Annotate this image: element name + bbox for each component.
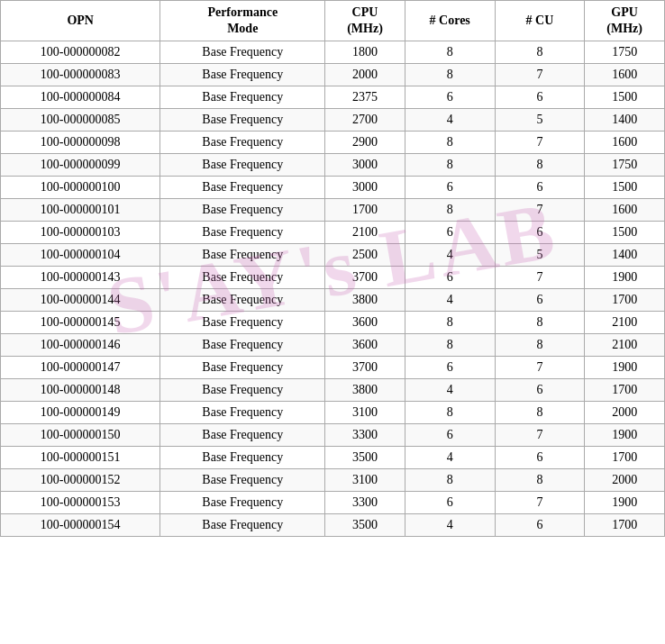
cell-cu: 6 xyxy=(495,222,585,244)
cell-opn: 100-000000098 xyxy=(1,132,160,154)
cell-mode: Base Frequency xyxy=(160,199,325,222)
cell-gpu: 1900 xyxy=(585,357,665,379)
cell-opn: 100-000000083 xyxy=(1,64,160,86)
cell-mode: Base Frequency xyxy=(160,132,325,154)
cell-cores: 4 xyxy=(405,514,495,537)
cell-mode: Base Frequency xyxy=(160,267,325,289)
cell-cores: 8 xyxy=(405,312,495,334)
cell-cpu: 3100 xyxy=(325,402,405,424)
cell-opn: 100-000000101 xyxy=(1,199,160,222)
cell-gpu: 1500 xyxy=(585,86,665,109)
cell-mode: Base Frequency xyxy=(160,469,325,492)
cell-gpu: 1600 xyxy=(585,64,665,86)
cell-gpu: 1900 xyxy=(585,424,665,447)
cell-opn: 100-000000149 xyxy=(1,402,160,424)
cell-mode: Base Frequency xyxy=(160,514,325,537)
cell-cores: 6 xyxy=(405,424,495,447)
cell-gpu: 2000 xyxy=(585,469,665,492)
cell-gpu: 1900 xyxy=(585,267,665,289)
cell-cores: 8 xyxy=(405,402,495,424)
cell-cpu: 3700 xyxy=(325,357,405,379)
cell-cpu: 3300 xyxy=(325,492,405,514)
cell-gpu: 2100 xyxy=(585,334,665,357)
table-row: 100-000000151Base Frequency3500461700 xyxy=(1,447,665,469)
table-row: 100-000000144Base Frequency3800461700 xyxy=(1,289,665,312)
cell-cpu: 3500 xyxy=(325,514,405,537)
cell-opn: 100-000000147 xyxy=(1,357,160,379)
cell-cu: 5 xyxy=(495,109,585,132)
cell-mode: Base Frequency xyxy=(160,424,325,447)
cell-opn: 100-000000152 xyxy=(1,469,160,492)
table-row: 100-000000084Base Frequency2375661500 xyxy=(1,86,665,109)
cell-cu: 8 xyxy=(495,154,585,177)
cell-cores: 8 xyxy=(405,41,495,64)
cell-cpu: 3500 xyxy=(325,447,405,469)
cell-mode: Base Frequency xyxy=(160,312,325,334)
cell-mode: Base Frequency xyxy=(160,41,325,64)
cell-cores: 6 xyxy=(405,177,495,199)
table-row: 100-000000082Base Frequency1800881750 xyxy=(1,41,665,64)
cell-gpu: 1600 xyxy=(585,199,665,222)
cell-gpu: 2000 xyxy=(585,402,665,424)
cell-mode: Base Frequency xyxy=(160,334,325,357)
cell-cu: 6 xyxy=(495,177,585,199)
table-row: 100-000000150Base Frequency3300671900 xyxy=(1,424,665,447)
cell-cpu: 2500 xyxy=(325,244,405,267)
cell-cpu: 3700 xyxy=(325,267,405,289)
cell-mode: Base Frequency xyxy=(160,109,325,132)
cell-cu: 7 xyxy=(495,132,585,154)
table-row: 100-000000085Base Frequency2700451400 xyxy=(1,109,665,132)
cell-gpu: 1750 xyxy=(585,41,665,64)
cell-opn: 100-000000148 xyxy=(1,379,160,402)
cell-cpu: 3000 xyxy=(325,154,405,177)
cell-cores: 8 xyxy=(405,132,495,154)
cell-cpu: 3100 xyxy=(325,469,405,492)
cell-cpu: 2000 xyxy=(325,64,405,86)
cell-gpu: 1500 xyxy=(585,222,665,244)
cell-gpu: 2100 xyxy=(585,312,665,334)
cell-mode: Base Frequency xyxy=(160,357,325,379)
cell-cu: 8 xyxy=(495,312,585,334)
cell-opn: 100-000000082 xyxy=(1,41,160,64)
cell-cpu: 2100 xyxy=(325,222,405,244)
cell-gpu: 1700 xyxy=(585,514,665,537)
cell-cu: 7 xyxy=(495,267,585,289)
table-row: 100-000000147Base Frequency3700671900 xyxy=(1,357,665,379)
cell-gpu: 1700 xyxy=(585,289,665,312)
cell-mode: Base Frequency xyxy=(160,289,325,312)
cell-mode: Base Frequency xyxy=(160,447,325,469)
table-row: 100-000000100Base Frequency3000661500 xyxy=(1,177,665,199)
cell-cores: 8 xyxy=(405,334,495,357)
cell-cores: 6 xyxy=(405,222,495,244)
cell-cores: 6 xyxy=(405,86,495,109)
cell-gpu: 1400 xyxy=(585,244,665,267)
cell-opn: 100-000000154 xyxy=(1,514,160,537)
cell-gpu: 1900 xyxy=(585,492,665,514)
cell-mode: Base Frequency xyxy=(160,492,325,514)
header-perf-mode: PerformanceMode xyxy=(160,1,325,41)
cell-mode: Base Frequency xyxy=(160,86,325,109)
cell-mode: Base Frequency xyxy=(160,222,325,244)
cell-opn: 100-000000144 xyxy=(1,289,160,312)
cell-cu: 7 xyxy=(495,64,585,86)
cell-cu: 8 xyxy=(495,469,585,492)
cell-cores: 4 xyxy=(405,244,495,267)
cell-opn: 100-000000099 xyxy=(1,154,160,177)
cell-cores: 6 xyxy=(405,357,495,379)
cell-opn: 100-000000104 xyxy=(1,244,160,267)
header-cpu-mhz: CPU(MHz) xyxy=(325,1,405,41)
header-row: OPN PerformanceMode CPU(MHz) # Cores # C… xyxy=(1,1,665,41)
cell-cu: 6 xyxy=(495,379,585,402)
cell-cores: 8 xyxy=(405,64,495,86)
cell-opn: 100-000000100 xyxy=(1,177,160,199)
cell-cpu: 3300 xyxy=(325,424,405,447)
cell-cu: 6 xyxy=(495,289,585,312)
cell-cores: 4 xyxy=(405,447,495,469)
cell-cores: 8 xyxy=(405,469,495,492)
cell-gpu: 1750 xyxy=(585,154,665,177)
cell-mode: Base Frequency xyxy=(160,402,325,424)
table-row: 100-000000101Base Frequency1700871600 xyxy=(1,199,665,222)
cell-cores: 8 xyxy=(405,154,495,177)
table-container: S'AY's LAB OPN PerformanceMode CPU(MHz) … xyxy=(0,0,665,537)
cell-opn: 100-000000145 xyxy=(1,312,160,334)
